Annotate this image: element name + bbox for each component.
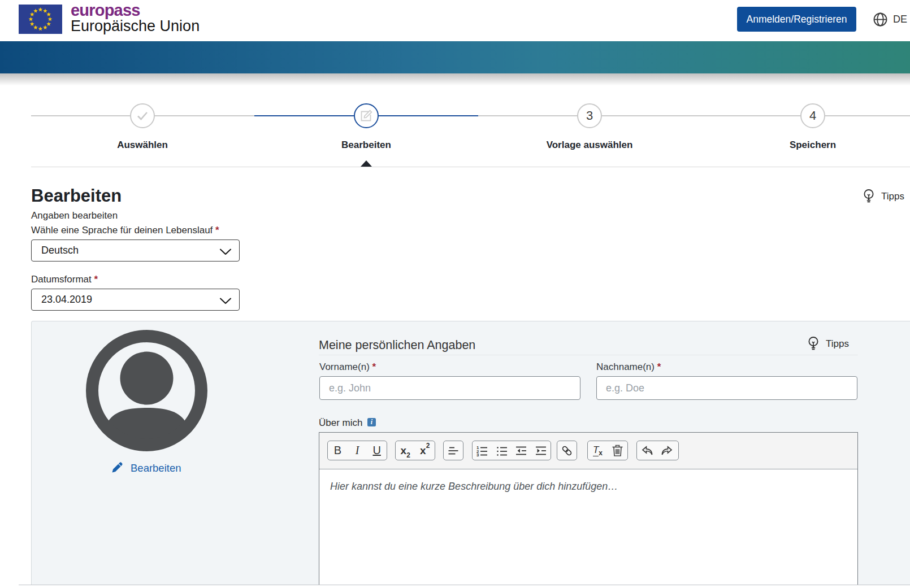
svg-text:3: 3 — [476, 452, 479, 456]
